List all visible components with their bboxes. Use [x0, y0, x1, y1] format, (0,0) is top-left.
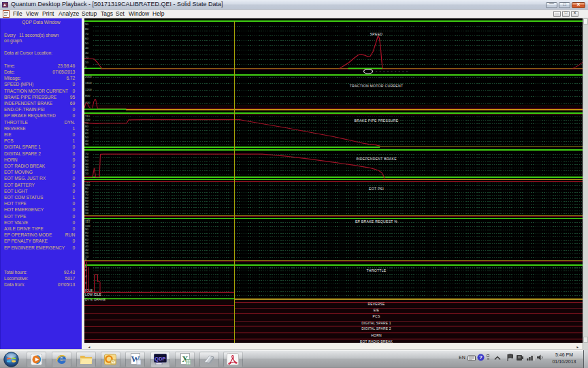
svg-text:QDP: QDP: [154, 356, 165, 362]
svg-text:?: ?: [479, 354, 483, 361]
